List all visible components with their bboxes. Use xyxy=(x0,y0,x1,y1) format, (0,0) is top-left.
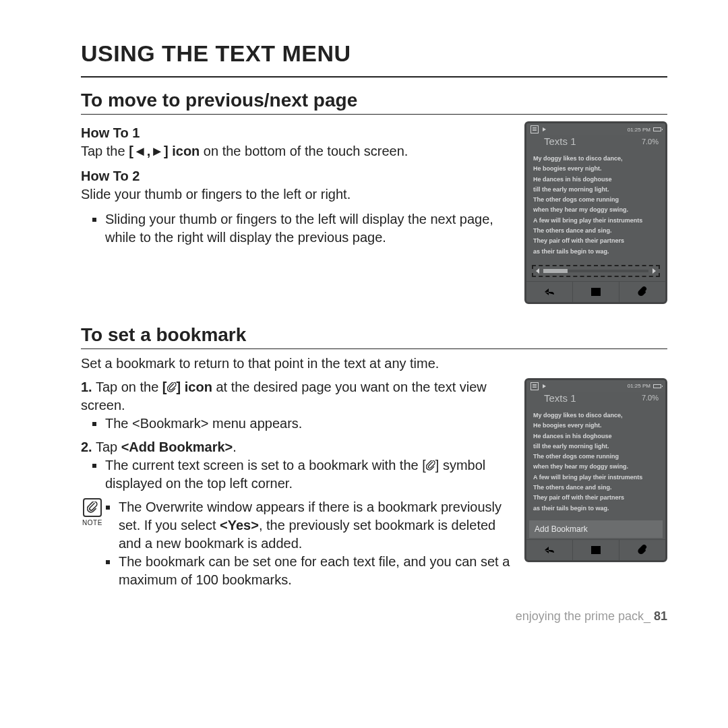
howto2-text: Slide your thumb or fingers to the left … xyxy=(81,185,511,204)
footer-text: enjoying the prime pack_ xyxy=(516,609,650,623)
device-line: A few will bring play their instruments xyxy=(533,473,659,483)
device-line: He boogies every night. xyxy=(533,164,659,174)
device-percent: 7.0% xyxy=(642,394,659,402)
device-line: My doggy likes to disco dance, xyxy=(533,411,659,421)
note-bullet-1: The Overwrite window appears if there is… xyxy=(119,498,511,553)
device-line: My doggy likes to disco dance, xyxy=(533,154,659,164)
device-line: He boogies every night. xyxy=(533,421,659,431)
device-time: 01:25 PM xyxy=(628,383,650,389)
step1-sub: The <Bookmark> menu appears. xyxy=(105,415,511,433)
doc-icon xyxy=(530,382,539,390)
howto1-pre: Tap the xyxy=(81,144,129,158)
device-status-bar: 01:25 PM xyxy=(526,123,665,135)
page-number: 81 xyxy=(654,609,667,623)
note-icon xyxy=(83,498,102,517)
device-status-bar: 01:25 PM xyxy=(526,380,665,392)
device-line: He dances in his doghouse xyxy=(533,431,659,442)
howto2-label: How To 2 xyxy=(81,167,511,185)
step2-sub-bullet: The current text screen is set to a book… xyxy=(105,456,511,493)
section-move: How To 1 Tap the [◄,►] icon on the botto… xyxy=(81,121,667,304)
device-nav xyxy=(526,539,665,560)
bookmark-button[interactable] xyxy=(619,540,665,560)
howto1-label: How To 1 xyxy=(81,124,511,142)
page-title: USING THE TEXT MENU xyxy=(81,40,667,67)
back-icon xyxy=(543,287,555,297)
menu-icon xyxy=(590,545,601,555)
device-title: Texts 1 xyxy=(544,392,576,404)
device-title-row: Texts 1 7.0% xyxy=(526,392,665,406)
step1-num: 1. xyxy=(81,380,92,394)
device-time: 01:25 PM xyxy=(628,127,650,133)
step2-pre: Tap xyxy=(92,439,121,454)
note-label: NOTE xyxy=(82,518,102,528)
device-body: My doggy likes to disco dance, He boogie… xyxy=(526,150,665,261)
clip-icon xyxy=(426,460,435,471)
section-bookmark-text: 1. Tap on the [] icon at the desired pag… xyxy=(81,378,511,589)
svg-rect-0 xyxy=(591,288,601,296)
back-button[interactable] xyxy=(526,282,573,302)
device-line: A few will bring play their instruments xyxy=(533,216,659,226)
scroll-track[interactable] xyxy=(543,270,648,272)
section-move-text: How To 1 Tap the [◄,►] icon on the botto… xyxy=(81,121,511,252)
section-bookmark-intro: Set a bookmark to return to that point i… xyxy=(81,356,667,371)
device-body: My doggy likes to disco dance, He boogie… xyxy=(526,406,665,518)
note-bullets: The Overwrite window appears if there is… xyxy=(111,498,511,589)
back-button[interactable] xyxy=(526,540,573,560)
device-line: He dances in his doghouse xyxy=(533,175,659,185)
device-line: when they hear my doggy swing. xyxy=(533,462,659,472)
note-bullet-2: The bookmark can be set one for each tex… xyxy=(119,553,511,589)
device-line: as their tails begin to wag. xyxy=(533,247,659,257)
howto2-bullet: Sliding your thumb or fingers to the lef… xyxy=(105,210,511,247)
clip-icon xyxy=(167,382,177,393)
device-line: till the early morning light. xyxy=(533,442,659,452)
next-page-icon[interactable] xyxy=(653,268,656,274)
howto1-text: Tap the [◄,►] icon on the bottom of the … xyxy=(81,142,511,160)
section-move-heading: To move to previous/next page xyxy=(81,90,667,115)
device-title-row: Texts 1 7.0% xyxy=(526,135,665,150)
device-line: The other dogs come running xyxy=(533,452,659,462)
menu-button[interactable] xyxy=(573,282,619,302)
clip-icon xyxy=(638,545,647,555)
step1-bold: [] icon xyxy=(162,380,212,394)
device-line: till the early morning light. xyxy=(533,185,659,195)
device-line: when they hear my doggy swing. xyxy=(533,205,659,215)
step-2: 2. Tap <Add Bookmark>. The current text … xyxy=(81,438,511,493)
menu-icon xyxy=(590,287,601,297)
howto1-bold: [◄,►] icon xyxy=(129,144,200,158)
device-mockup-1: 01:25 PM Texts 1 7.0% My doggy likes to … xyxy=(524,121,667,304)
scroll-thumb[interactable] xyxy=(543,269,568,273)
play-icon xyxy=(543,384,546,388)
step-1: 1. Tap on the [] icon at the desired pag… xyxy=(81,378,511,433)
battery-icon xyxy=(653,127,661,131)
page-footer: enjoying the prime pack_ 81 xyxy=(81,609,667,624)
device-line: The others dance and sing. xyxy=(533,226,659,236)
bookmark-steps: 1. Tap on the [] icon at the desired pag… xyxy=(81,378,511,493)
step1-sub-bullet: The <Bookmark> menu appears. xyxy=(105,415,511,433)
section-bookmark-heading: To set a bookmark xyxy=(81,324,667,349)
howto2-bullets: Sliding your thumb or fingers to the lef… xyxy=(105,210,511,247)
battery-icon xyxy=(653,384,661,388)
step2-sub: The current text screen is set to a book… xyxy=(105,456,511,493)
page-scrollbar[interactable] xyxy=(532,265,660,277)
device-line: They pair off with their partners xyxy=(533,236,659,246)
menu-button[interactable] xyxy=(573,540,619,560)
howto1-post: on the bottom of the touch screen. xyxy=(200,144,408,158)
prev-page-icon[interactable] xyxy=(536,268,539,274)
device-percent: 7.0% xyxy=(642,138,659,146)
doc-icon xyxy=(530,125,539,133)
step1-pre: Tap on the xyxy=(92,380,162,394)
play-icon xyxy=(543,127,546,131)
svg-rect-4 xyxy=(591,546,601,554)
device-line: The other dogs come running xyxy=(533,195,659,205)
step2-post: . xyxy=(233,439,237,454)
device-nav xyxy=(526,281,665,302)
section-bookmark: 1. Tap on the [] icon at the desired pag… xyxy=(81,378,667,589)
device-mockup-2: 01:25 PM Texts 1 7.0% My doggy likes to … xyxy=(524,378,667,562)
bookmark-button[interactable] xyxy=(619,282,665,302)
step2-bold: <Add Bookmark> xyxy=(121,439,233,454)
clip-icon xyxy=(638,286,647,297)
note-block: NOTE The Overwrite window appears if the… xyxy=(81,498,511,589)
add-bookmark-menu-item[interactable]: Add Bookmark xyxy=(529,520,663,538)
device-line: They pair off with their partners xyxy=(533,493,659,503)
step2-num: 2. xyxy=(81,439,92,454)
